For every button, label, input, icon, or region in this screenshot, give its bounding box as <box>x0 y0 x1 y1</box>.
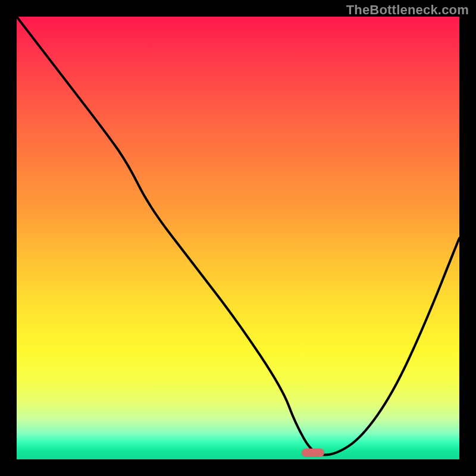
optimal-marker <box>302 449 324 457</box>
watermark-label: TheBottleneck.com <box>346 2 469 18</box>
bottleneck-curve <box>17 17 459 459</box>
plot-area <box>17 17 459 459</box>
chart-frame: TheBottleneck.com <box>0 0 476 476</box>
